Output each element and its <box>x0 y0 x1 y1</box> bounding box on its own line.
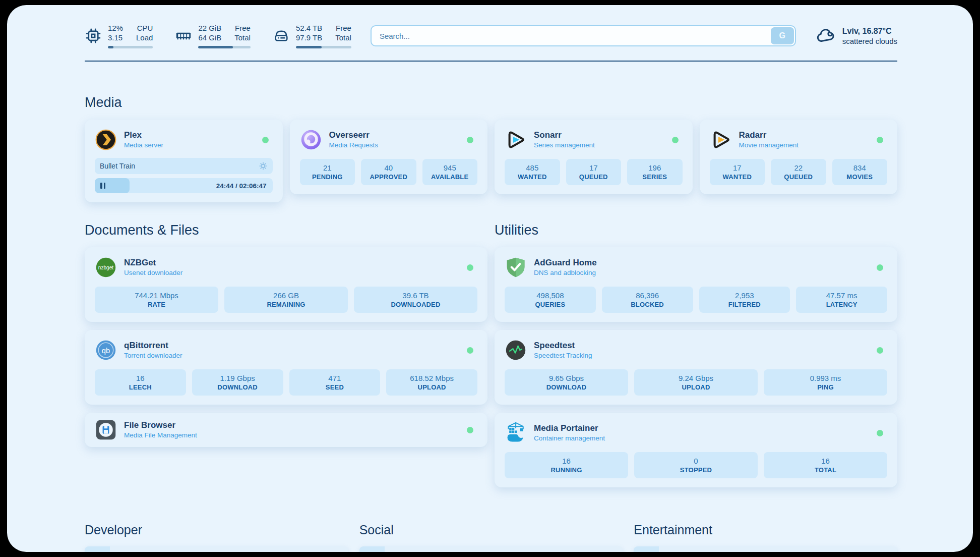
status-dot <box>877 137 883 143</box>
cpu-value: 12% <box>108 23 123 33</box>
media-card-grid: Plex Media server Bullet Train 24:44 / 0… <box>85 120 897 202</box>
stat-value: 21 <box>302 163 353 173</box>
stat-label: APPROVED <box>363 173 414 182</box>
stat-label: SERIES <box>629 173 681 182</box>
link-github[interactable]: GH Github github.com <box>85 546 348 552</box>
adguard-header[interactable]: AdGuard Home DNS and adblocking <box>505 256 887 278</box>
stat-pill: 266 GB REMAINING <box>224 287 348 313</box>
app-subtitle: Speedtest Tracking <box>534 351 592 360</box>
stat-pill: 40 APPROVED <box>361 159 416 185</box>
disk-icon <box>273 27 290 44</box>
cpu-stat: 12% 3.15 CPU Load <box>85 23 153 48</box>
search-engine-button[interactable]: G <box>771 27 794 44</box>
radarr-header[interactable]: Radarr Movie management <box>710 129 888 151</box>
now-playing-title: Bullet Train <box>100 162 135 170</box>
app-name: qBittorrent <box>124 340 182 351</box>
app-name: Overseerr <box>329 130 379 141</box>
overseerr-stats: 21 PENDING 40 APPROVED 945 AVAILABLE <box>300 159 478 185</box>
speedtest-icon <box>505 339 527 361</box>
stat-value: 471 <box>291 373 379 383</box>
cpu-load-value: 3.15 <box>108 33 123 42</box>
system-stats: 12% 3.15 CPU Load <box>85 23 351 48</box>
mid-section-grid: Documents & Files nzbget NZBGet Usenet d… <box>85 202 897 487</box>
stat-label: QUEUED <box>773 173 824 182</box>
plex-header[interactable]: Plex Media server <box>95 129 273 151</box>
ram-stat: 22 GiB 64 GiB Free Total <box>175 23 251 48</box>
status-dot <box>877 430 883 436</box>
stat-value: 2,953 <box>701 291 788 300</box>
app-subtitle: DNS and adblocking <box>534 268 597 277</box>
app-subtitle: Usenet downloader <box>124 268 182 277</box>
cpu-load-label: Load <box>136 33 153 42</box>
stat-label: BLOCKED <box>604 300 691 309</box>
ram-free-label: Free <box>234 23 251 33</box>
ram-progress-fill <box>198 46 232 48</box>
link-youtube[interactable]: YT YouTube youtube.com <box>634 546 897 552</box>
stat-pill: 471 SEED <box>289 369 381 396</box>
filebrowser-icon <box>95 419 117 441</box>
app-name: Media Portainer <box>534 423 605 434</box>
portainer-icon <box>505 422 527 444</box>
weather-location: Lviv, 16.87°C <box>842 26 897 36</box>
qbittorrent-icon: qb <box>95 339 117 361</box>
stat-pill: 9.65 Gbps DOWNLOAD <box>505 369 628 396</box>
sonarr-icon <box>505 129 527 151</box>
ram-progress-bar <box>198 46 251 48</box>
stat-label: AVAILABLE <box>424 173 476 182</box>
stat-label: STOPPED <box>636 466 756 475</box>
app-card-adguard: AdGuard Home DNS and adblocking 498,508 … <box>495 247 897 322</box>
qbittorrent-stats: 16 LEECH 1.19 Gbps DOWNLOAD 471 SEED 6 <box>95 369 477 396</box>
app-card-nzbget: nzbget NZBGet Usenet downloader 744.21 M… <box>85 247 487 322</box>
status-dot <box>467 137 473 143</box>
qbittorrent-header[interactable]: qb qBittorrent Torrent downloader <box>95 339 477 361</box>
nzbget-icon: nzbget <box>95 256 117 278</box>
cpu-label: CPU <box>136 23 153 33</box>
link-badge: LI <box>359 546 385 552</box>
app-name: Sonarr <box>534 130 595 141</box>
filebrowser-header[interactable]: File Browser Media File Management <box>95 419 477 441</box>
stat-pill: 47.57 ms LATENCY <box>796 287 887 313</box>
disk-free-label: Free <box>335 23 351 33</box>
stat-label: PENDING <box>302 173 353 182</box>
plex-now-playing: Bullet Train <box>95 158 273 174</box>
header-divider <box>85 61 897 62</box>
stat-value: 485 <box>507 163 558 173</box>
stat-pill: 834 MOVIES <box>832 159 888 185</box>
stat-value: 945 <box>424 163 476 173</box>
radarr-icon <box>710 129 732 151</box>
stat-pill: 16 RUNNING <box>505 452 628 478</box>
link-group-entertainment: Entertainment YT YouTube youtube.com NF … <box>634 523 897 552</box>
speedtest-header[interactable]: Speedtest Speedtest Tracking <box>505 339 887 361</box>
status-dot <box>672 137 679 143</box>
gear-icon[interactable] <box>259 161 268 171</box>
disk-free-value: 52.4 TB <box>296 23 322 33</box>
status-dot <box>262 137 269 143</box>
link-linkedin[interactable]: LI LinkedIn linkedin.com <box>359 546 623 552</box>
search-input[interactable] <box>371 25 796 46</box>
app-name: Plex <box>124 130 163 141</box>
app-card-qbittorrent: qb qBittorrent Torrent downloader 16 LEE… <box>85 330 487 405</box>
section-title-media: Media <box>85 95 897 110</box>
stat-pill: 22 QUEUED <box>771 159 826 185</box>
stat-pill: 618.52 Mbps UPLOAD <box>386 369 477 396</box>
disk-total-value: 97.9 TB <box>296 33 322 42</box>
stat-value: 17 <box>712 163 763 173</box>
stat-pill: 86,396 BLOCKED <box>602 287 693 313</box>
stat-label: SEED <box>291 383 379 392</box>
app-card-filebrowser: File Browser Media File Management <box>85 413 487 447</box>
adguard-icon <box>505 256 527 278</box>
portainer-header[interactable]: Media Portainer Container management <box>505 422 887 444</box>
app-subtitle: Media File Management <box>124 431 197 440</box>
stat-value: 9.65 Gbps <box>507 373 626 383</box>
link-badge: GH <box>85 546 110 552</box>
overseerr-header[interactable]: Overseerr Media Requests <box>300 129 478 151</box>
app-name: NZBGet <box>124 257 182 268</box>
dashboard-page: 12% 3.15 CPU Load <box>7 5 973 552</box>
stat-label: DOWNLOADED <box>356 300 475 309</box>
nzbget-header[interactable]: nzbget NZBGet Usenet downloader <box>95 256 477 278</box>
stat-value: 0.993 ms <box>766 373 885 383</box>
sonarr-header[interactable]: Sonarr Series management <box>505 129 683 151</box>
stat-label: RATE <box>97 300 216 309</box>
app-card-sonarr: Sonarr Series management 485 WANTED 17 Q… <box>495 120 693 194</box>
pause-icon[interactable] <box>100 183 105 189</box>
